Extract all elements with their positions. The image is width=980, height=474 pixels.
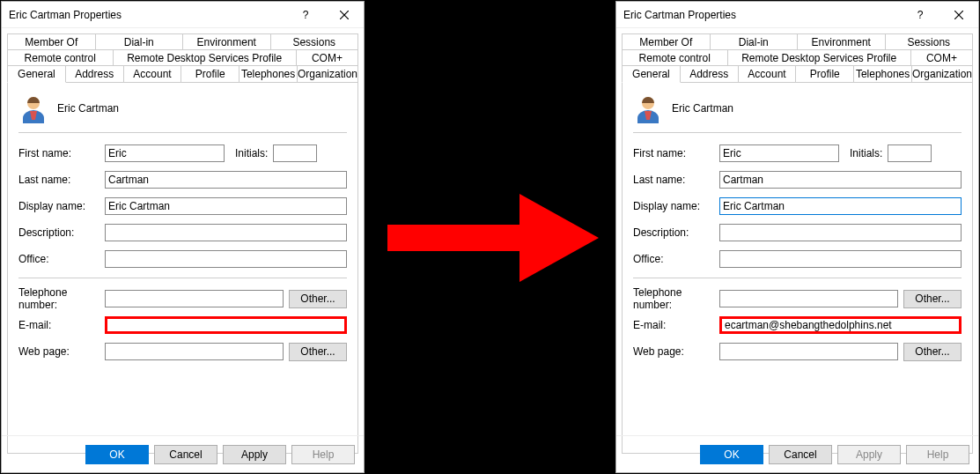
window-title: Eric Cartman Properties — [616, 9, 901, 21]
tab-member-of[interactable]: Member Of — [622, 33, 711, 50]
web-label: Web page: — [633, 345, 719, 358]
cancel-button[interactable]: Cancel — [154, 445, 217, 464]
tab-organization[interactable]: Organization — [911, 65, 973, 82]
close-icon — [954, 11, 963, 19]
email-input[interactable] — [719, 316, 962, 334]
tab-dial-in[interactable]: Dial-in — [95, 33, 184, 50]
initials-input[interactable] — [273, 144, 317, 162]
office-input[interactable] — [719, 250, 962, 268]
tab-com-plus[interactable]: COM+ — [296, 49, 358, 66]
divider — [18, 278, 347, 278]
titlebar[interactable]: Eric Cartman Properties ? — [2, 2, 364, 28]
web-input[interactable] — [105, 343, 284, 360]
help-button[interactable]: ? — [286, 2, 325, 28]
telephone-input[interactable] — [105, 290, 284, 307]
tab-rds-profile[interactable]: Remote Desktop Services Profile — [113, 49, 297, 66]
cancel-button[interactable]: Cancel — [769, 445, 832, 464]
tab-strip: Member Of Dial-in Environment Sessions R… — [2, 28, 364, 454]
telephone-label: Telephone number: — [18, 286, 105, 311]
tab-sessions[interactable]: Sessions — [270, 33, 359, 50]
close-button[interactable] — [325, 2, 364, 28]
svg-marker-3 — [387, 194, 599, 282]
tab-dial-in[interactable]: Dial-in — [710, 33, 799, 50]
web-other-button[interactable]: Other... — [289, 343, 347, 361]
description-label: Description: — [633, 226, 719, 239]
office-input[interactable] — [105, 250, 347, 268]
first-name-input[interactable] — [719, 144, 839, 162]
arrow-icon — [387, 185, 599, 291]
display-name-label: Display name: — [633, 200, 719, 212]
tab-general[interactable]: General — [622, 65, 681, 83]
web-other-button[interactable]: Other... — [903, 343, 962, 361]
help-button-footer[interactable]: Help — [291, 445, 355, 464]
tab-panel-general: Eric Cartman First name: Initials: Last … — [7, 82, 358, 454]
window-title: Eric Cartman Properties — [2, 9, 286, 21]
help-button[interactable]: ? — [901, 2, 939, 28]
divider — [633, 132, 962, 133]
ok-button[interactable]: OK — [700, 445, 763, 464]
description-input[interactable] — [105, 224, 347, 241]
divider — [18, 132, 347, 133]
initials-label: Initials: — [235, 147, 268, 159]
email-label: E-mail: — [633, 319, 719, 331]
telephone-label: Telephone number: — [633, 286, 719, 311]
initials-label: Initials: — [850, 147, 882, 159]
dialog-footer: OK Cancel Apply Help — [616, 435, 978, 472]
properties-dialog-before: Eric Cartman Properties ? Member Of Dial… — [1, 1, 365, 473]
description-label: Description: — [18, 226, 105, 239]
last-name-label: Last name: — [18, 174, 105, 186]
header-name: Eric Cartman — [57, 102, 119, 115]
titlebar[interactable]: Eric Cartman Properties ? — [616, 2, 978, 28]
last-name-input[interactable] — [719, 171, 962, 189]
user-icon — [633, 93, 663, 123]
first-name-label: First name: — [18, 147, 105, 159]
tab-profile[interactable]: Profile — [795, 65, 854, 82]
help-button-footer[interactable]: Help — [906, 445, 969, 464]
tab-address[interactable]: Address — [65, 65, 124, 82]
dialog-footer: OK Cancel Apply Help — [2, 435, 364, 472]
description-input[interactable] — [719, 224, 962, 241]
tab-strip: Member Of Dial-in Environment Sessions R… — [616, 28, 978, 454]
tab-address[interactable]: Address — [680, 65, 739, 82]
user-icon — [18, 93, 48, 123]
telephone-other-button[interactable]: Other... — [289, 290, 347, 308]
tab-panel-general: Eric Cartman First name: Initials: Last … — [622, 82, 973, 454]
tab-account[interactable]: Account — [123, 65, 182, 82]
first-name-input[interactable] — [105, 144, 225, 162]
display-name-input[interactable] — [105, 197, 347, 215]
tab-telephones[interactable]: Telephones — [239, 65, 298, 82]
divider — [633, 278, 962, 278]
tab-environment[interactable]: Environment — [797, 33, 886, 50]
tab-general[interactable]: General — [7, 65, 66, 83]
display-name-input[interactable] — [719, 197, 962, 215]
tab-remote-control[interactable]: Remote control — [7, 49, 114, 66]
apply-button[interactable]: Apply — [837, 445, 901, 464]
tab-environment[interactable]: Environment — [182, 33, 271, 50]
telephone-other-button[interactable]: Other... — [903, 290, 962, 308]
web-input[interactable] — [719, 343, 898, 360]
email-input[interactable] — [105, 316, 347, 334]
tab-profile[interactable]: Profile — [181, 65, 239, 82]
tab-remote-control[interactable]: Remote control — [622, 49, 728, 66]
tab-com-plus[interactable]: COM+ — [910, 49, 973, 66]
close-icon — [340, 11, 349, 19]
tab-sessions[interactable]: Sessions — [885, 33, 974, 50]
last-name-label: Last name: — [633, 174, 719, 186]
web-label: Web page: — [18, 345, 105, 358]
close-button[interactable] — [939, 2, 978, 28]
telephone-input[interactable] — [719, 290, 898, 307]
tab-organization[interactable]: Organization — [297, 65, 358, 82]
office-label: Office: — [633, 253, 719, 265]
tab-account[interactable]: Account — [738, 65, 797, 82]
header-name: Eric Cartman — [672, 102, 733, 115]
tab-rds-profile[interactable]: Remote Desktop Services Profile — [727, 49, 911, 66]
ok-button[interactable]: OK — [85, 445, 149, 464]
apply-button[interactable]: Apply — [223, 445, 286, 464]
office-label: Office: — [18, 253, 105, 265]
initials-input[interactable] — [888, 144, 932, 162]
tab-telephones[interactable]: Telephones — [853, 65, 912, 82]
tab-member-of[interactable]: Member Of — [7, 33, 96, 50]
last-name-input[interactable] — [105, 171, 347, 189]
display-name-label: Display name: — [18, 200, 105, 212]
properties-dialog-after: Eric Cartman Properties ? Member Of Dial… — [615, 1, 979, 473]
